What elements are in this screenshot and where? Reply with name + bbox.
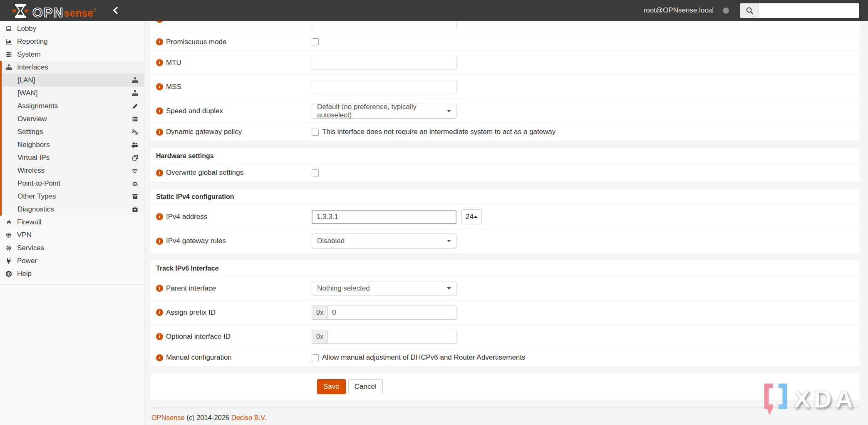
checkbox-option-label: This interface does not require an inter… bbox=[322, 128, 556, 136]
info-icon[interactable]: i bbox=[156, 59, 163, 66]
field-label: Overwrite global settings bbox=[166, 169, 243, 177]
sidebar-item-label: [WAN] bbox=[17, 89, 131, 97]
gear-icon bbox=[4, 245, 14, 251]
cancel-button[interactable]: Cancel bbox=[348, 379, 383, 394]
optional-interface-id-input[interactable] bbox=[327, 330, 456, 344]
opnsense-link[interactable]: OPNsense bbox=[151, 414, 185, 421]
field-label: Manual configuration bbox=[166, 353, 232, 362]
sidebar-item-label: Assignments bbox=[17, 102, 132, 110]
tty-icon bbox=[131, 180, 139, 187]
ipv4-address-input[interactable] bbox=[312, 210, 456, 224]
sitemap-icon bbox=[131, 77, 139, 84]
info-icon[interactable]: i bbox=[156, 285, 163, 292]
assign-prefix-id-input[interactable] bbox=[327, 306, 456, 320]
sidebar-item-point-to-point[interactable]: Point-to-Point bbox=[2, 177, 144, 190]
topbar: OPNsense® root@OPNsense.local bbox=[0, 0, 868, 21]
sidebar-item-label: Wireless bbox=[17, 167, 131, 175]
sidebar-item-label: Power bbox=[17, 257, 37, 265]
checkbox-option-label: Allow manual adjustment of DHCPv6 and Ro… bbox=[322, 353, 526, 362]
info-icon[interactable]: i bbox=[156, 354, 163, 361]
life-ring-icon bbox=[4, 271, 14, 277]
sidebar-item-vpn[interactable]: VPN bbox=[0, 229, 144, 241]
select-value: Nothing selected bbox=[317, 284, 370, 293]
sidebar-item-lan[interactable]: [LAN] bbox=[2, 74, 144, 87]
dynamic-gateway-checkbox[interactable] bbox=[312, 129, 319, 136]
main-content: i i Promiscuous mode i MTU i MSS bbox=[144, 21, 868, 425]
info-icon[interactable]: i bbox=[156, 107, 163, 114]
sidebar-item-power[interactable]: Power bbox=[0, 254, 144, 267]
sidebar-item-label: Services bbox=[17, 244, 44, 252]
info-icon[interactable]: i bbox=[156, 238, 163, 245]
save-button[interactable]: Save bbox=[317, 379, 346, 394]
sidebar-item-virtual-ips[interactable]: Virtual IPs bbox=[2, 151, 144, 164]
form-row-manual-configuration: i Manual configuration Allow manual adju… bbox=[151, 349, 860, 366]
sidebar-item-services[interactable]: Services bbox=[0, 241, 144, 254]
sidebar-item-label: [LAN] bbox=[17, 76, 131, 85]
brand-opn: OPN bbox=[32, 6, 64, 19]
opnsense-logo[interactable]: OPNsense® bbox=[12, 2, 97, 19]
parent-interface-select[interactable]: Nothing selected bbox=[312, 281, 456, 296]
speed-duplex-select[interactable]: Default (no preference, typically autose… bbox=[312, 104, 456, 119]
footer: OPNsense (c) 2014-2025 Deciso B.V. bbox=[151, 407, 860, 425]
mss-input[interactable] bbox=[312, 80, 456, 94]
form-row-mss: i MSS bbox=[151, 75, 860, 99]
sidebar-item-interfaces[interactable]: Interfaces bbox=[2, 61, 144, 74]
field-label: Assign prefix ID bbox=[166, 308, 216, 317]
ipv4-gateway-rules-select[interactable]: Disabled bbox=[312, 234, 456, 249]
sidebar-item-reporting[interactable]: Reporting bbox=[0, 35, 144, 48]
sidebar-item-settings[interactable]: Settings bbox=[2, 125, 144, 138]
clipped-input[interactable] bbox=[312, 21, 456, 29]
panel-static-ipv4: Static IPv4 configuration i IPv4 address… bbox=[151, 189, 860, 253]
gears-icon bbox=[131, 129, 139, 135]
sidebar-item-firewall[interactable]: Firewall bbox=[0, 216, 144, 229]
sidebar-item-system[interactable]: System bbox=[0, 48, 144, 61]
sidebar-item-overview[interactable]: Overview bbox=[2, 112, 144, 125]
section-header: Hardware settings bbox=[151, 148, 860, 164]
sidebar-item-lobby[interactable]: Lobby bbox=[0, 22, 144, 35]
deciso-link[interactable]: Deciso B.V. bbox=[231, 414, 267, 421]
overwrite-global-checkbox[interactable] bbox=[312, 169, 319, 176]
sidebar-item-help[interactable]: Help bbox=[0, 267, 144, 280]
info-icon[interactable]: i bbox=[156, 21, 163, 23]
sidebar-item-label: Overview bbox=[17, 115, 131, 123]
select-value: Default (no preference, typically autose… bbox=[317, 103, 447, 119]
sidebar-item-label: Firewall bbox=[17, 218, 42, 226]
archive-icon bbox=[131, 193, 139, 200]
list-icon bbox=[131, 116, 139, 122]
sidebar-item-label: Diagnostics bbox=[17, 205, 131, 214]
info-icon[interactable]: i bbox=[156, 38, 163, 45]
hex-prefix-addon: 0x bbox=[312, 306, 327, 320]
sidebar-item-assignments[interactable]: Assignments bbox=[2, 99, 144, 112]
sitemap-icon bbox=[131, 90, 139, 97]
sidebar-item-other-types[interactable]: Other Types bbox=[2, 190, 144, 203]
info-icon[interactable]: i bbox=[156, 169, 163, 176]
form-row-mtu: i MTU bbox=[151, 51, 860, 75]
sidebar-group-interfaces: Interfaces [LAN] [WAN] Assignments Overv… bbox=[0, 61, 144, 216]
section-header: Track IPv6 Interface bbox=[151, 261, 860, 276]
info-icon[interactable]: i bbox=[156, 333, 163, 340]
sidebar-item-neighbors[interactable]: Neighbors bbox=[2, 138, 144, 151]
field-label: Promiscuous mode bbox=[166, 38, 227, 46]
ipv4-prefix-select[interactable]: 24 bbox=[461, 209, 482, 224]
field-label: Speed and duplex bbox=[166, 107, 223, 115]
sidebar-collapse-button[interactable] bbox=[112, 7, 118, 14]
select-value: Disabled bbox=[317, 237, 345, 245]
sidebar-item-diagnostics[interactable]: Diagnostics bbox=[2, 203, 144, 216]
form-row-clipped: i bbox=[151, 21, 860, 33]
info-icon[interactable]: i bbox=[156, 83, 163, 90]
info-icon[interactable]: i bbox=[156, 129, 163, 136]
mtu-input[interactable] bbox=[312, 56, 456, 70]
manual-configuration-checkbox[interactable] bbox=[312, 354, 319, 361]
medkit-icon bbox=[131, 206, 139, 213]
promiscuous-checkbox[interactable] bbox=[312, 38, 319, 45]
search-input[interactable] bbox=[759, 3, 859, 18]
sidebar-item-wireless[interactable]: Wireless bbox=[2, 164, 144, 177]
panel-track-ipv6: Track IPv6 Interface i Parent interface … bbox=[151, 261, 860, 366]
info-icon[interactable]: i bbox=[156, 213, 163, 220]
sidebar-item-wan[interactable]: [WAN] bbox=[2, 87, 144, 99]
globe-icon bbox=[4, 232, 14, 239]
hex-prefix-addon: 0x bbox=[312, 330, 327, 344]
xda-text: XDA bbox=[794, 387, 856, 412]
info-icon[interactable]: i bbox=[156, 309, 163, 316]
sidebar-item-label: Neighbors bbox=[17, 141, 131, 149]
